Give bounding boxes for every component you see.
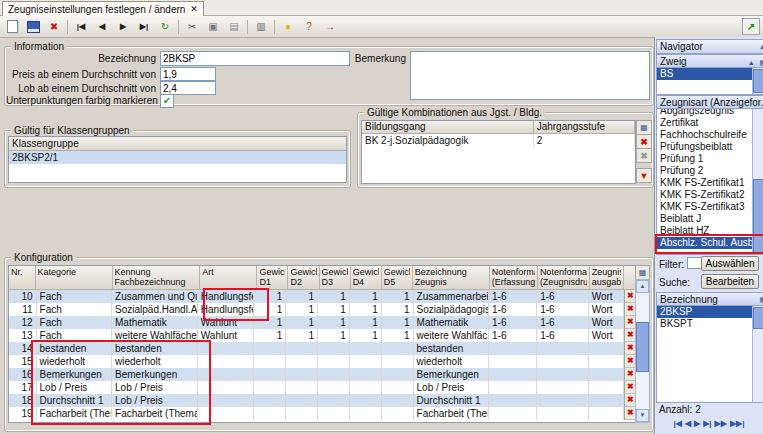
table-row[interactable]: 17Lob / PreisLob / PreisLob / Preis✖ — [9, 381, 636, 394]
konfig-scrollbar[interactable]: ▲ ▼ — [635, 279, 650, 423]
nav-next-button[interactable]: ▶ — [694, 419, 700, 428]
tab-close-icon[interactable]: ✕ — [190, 5, 198, 14]
zweig-scrollbar[interactable] — [752, 68, 763, 94]
list-item[interactable]: Beiblatt HZ — [657, 225, 753, 237]
toolbar-help-button[interactable]: ? — [299, 17, 319, 36]
table-cell — [382, 342, 414, 355]
column-header[interactable]: GewichtD3 — [320, 266, 351, 290]
collapse-icon[interactable]: ▲ — [759, 43, 763, 50]
list-item[interactable]: Abgangszeugnis — [657, 108, 753, 117]
table-row[interactable]: 19Facharbeit (Thema)Facharbeit (Thema)Fa… — [9, 407, 636, 420]
table-row[interactable]: 11FachSozialpäd.Handl.Arbf.Handlungsfeld… — [9, 303, 636, 316]
list-item[interactable]: BKSPT — [657, 318, 753, 330]
list-item[interactable]: Fachhochschulreife — [657, 129, 753, 141]
scrollbar-thumb[interactable] — [753, 69, 763, 93]
preis-input[interactable] — [160, 67, 216, 81]
table-row[interactable]: 13Fachweitere WahlfächerWahlunt11111weit… — [9, 329, 636, 342]
table-cell: Wahlunt — [198, 316, 255, 329]
toolbar-save-button[interactable] — [23, 17, 43, 36]
nav-end-button[interactable]: ▶▶| — [730, 419, 745, 428]
nav-last-button[interactable]: ▶| — [703, 419, 711, 428]
toolbar-next-button[interactable]: ▶ — [113, 17, 133, 36]
nav-forward-button[interactable]: ▶▶ — [715, 419, 727, 428]
table-cell — [286, 381, 318, 394]
table-row[interactable]: 15wiederholtwiederholtwiederholt✖ — [9, 355, 636, 368]
column-header[interactable]: Zeugnis-ausgabe — [590, 266, 625, 290]
column-header[interactable]: Notenformat(Zeugnisdruck) — [538, 266, 590, 290]
list-item[interactable]: KMK FS-Zertifikat1 — [657, 177, 753, 189]
scroll-up-icon[interactable]: ▲ — [636, 280, 649, 293]
komb-insert-row-button[interactable]: ▼ — [636, 168, 652, 183]
table-row[interactable]: 14bestandenbestandenbestanden✖ — [9, 342, 636, 355]
toolbar-exit-button[interactable]: → — [320, 17, 340, 36]
list-item[interactable]: BS — [657, 68, 753, 80]
column-header[interactable]: Nr. ▲ — [9, 266, 36, 290]
column-header[interactable]: GewichtD1 — [257, 266, 288, 290]
toolbar-paste-button[interactable]: ▤ — [224, 17, 244, 36]
toolbar-hint-button[interactable]: ● — [278, 17, 298, 36]
column-header[interactable]: Notenformat(Erfassung) — [490, 266, 538, 290]
scrollbar-thumb[interactable] — [636, 322, 649, 372]
table-row[interactable]: 16BemerkungenBemerkungenBemerkungen✖ — [9, 368, 636, 381]
toolbar-delete-button[interactable]: ✖ — [44, 17, 64, 36]
toolbar-first-button[interactable]: |◀ — [71, 17, 91, 36]
list-item[interactable]: Prüfung 2 — [657, 165, 753, 177]
toolbar-last-button[interactable]: ▶| — [134, 17, 154, 36]
checkmark-icon: ✔ — [163, 95, 171, 106]
list-item[interactable]: Beiblatt J — [657, 213, 753, 225]
lob-input[interactable] — [160, 81, 216, 95]
column-header[interactable]: GewichtD5 — [382, 266, 413, 290]
scrollbar-thumb[interactable] — [753, 307, 763, 329]
zeugnisart-scrollbar[interactable] — [752, 109, 763, 254]
klassengruppe-column-header[interactable]: Klassengruppe — [9, 137, 346, 151]
column-header[interactable]: Bildungsgang — [362, 121, 534, 134]
nav-prev-button[interactable]: ◀ — [685, 419, 691, 428]
bezeichnung-input[interactable] — [160, 51, 350, 66]
grid-icon[interactable]: ▦ — [759, 296, 763, 304]
table-row[interactable]: 18Durchschnitt 1Lob / PreisDurchschnitt … — [9, 394, 636, 407]
toolbar-refresh-button[interactable]: ↻ — [155, 17, 175, 36]
list-item[interactable]: Prüfungsbeiblatt — [657, 141, 753, 153]
tab-zeugniseinstellungen[interactable]: Zeugniseinstellungen festlegen / ändern … — [2, 1, 204, 16]
bearbeiten-button[interactable]: Bearbeiten — [701, 274, 759, 289]
table-row[interactable]: 10FachZusammen und Quali...Handlungsfeld… — [9, 290, 636, 303]
table-row[interactable]: BK 2-j.Sozialpädagogik2 — [362, 134, 635, 147]
konfig-column-chooser-button[interactable]: ▦ — [635, 265, 650, 280]
navigator-titlebar[interactable]: Navigator ▲ — [656, 39, 763, 54]
column-header[interactable]: Art — [200, 266, 257, 290]
nav-first-button[interactable]: |◀ — [674, 419, 682, 428]
table-cell: Mathematik — [414, 316, 489, 329]
toolbar-cut-button[interactable]: ✂ — [182, 17, 202, 36]
column-header[interactable]: KennungFachbezeichnung — [113, 266, 201, 290]
toolbar-print-button[interactable]: ▥ — [251, 17, 271, 36]
toolbar-new-button[interactable] — [2, 17, 22, 36]
list-item[interactable]: KMK FS-Zertifikat2 — [657, 189, 753, 201]
column-header[interactable]: GewichtD2 — [288, 266, 319, 290]
scroll-down-icon[interactable]: ▼ — [636, 409, 649, 422]
list-item[interactable]: KMK FS-Zertifikat3 — [657, 201, 753, 213]
list-item[interactable]: Prüfung 1 — [657, 153, 753, 165]
toolbar-copy-button[interactable]: ▣ — [203, 17, 223, 36]
bezeichnung-scrollbar[interactable] — [752, 306, 763, 402]
komb-clear-button[interactable]: ✖ — [636, 148, 652, 163]
grid-icon[interactable]: ▦ — [759, 59, 763, 66]
komb-delete-row-button[interactable]: ✖ — [636, 134, 652, 149]
column-header[interactable]: BezeichnungZeugnis — [413, 266, 490, 290]
undock-panel-button[interactable]: ↗ — [742, 18, 760, 35]
column-header[interactable]: GewichtD4 — [351, 266, 382, 290]
table-cell: weitere Wahlfächer — [112, 329, 198, 342]
table-row[interactable]: 12FachMathematikWahlunt11111Mathematik1-… — [9, 316, 636, 329]
list-item[interactable]: Zertifikat — [657, 117, 753, 129]
column-header[interactable]: Jahrgangsstufe — [534, 121, 635, 134]
unterpunktungen-checkbox[interactable]: ✔ — [160, 94, 174, 108]
table-cell — [198, 407, 255, 420]
scrollbar-thumb[interactable] — [753, 179, 763, 254]
list-item[interactable]: Abschlz. Schul. Ausbildg — [657, 237, 753, 249]
komb-column-chooser-button[interactable]: ▦ — [636, 120, 652, 135]
auswaehlen-button[interactable]: Auswählen — [701, 256, 759, 271]
list-item[interactable]: 2BKSP2/1 — [9, 151, 346, 164]
column-header[interactable]: Kategorie — [36, 266, 113, 290]
bemerkung-textarea[interactable] — [410, 51, 650, 100]
list-item[interactable]: 2BKSP — [657, 306, 753, 318]
toolbar-prev-button[interactable]: ◀ — [92, 17, 112, 36]
